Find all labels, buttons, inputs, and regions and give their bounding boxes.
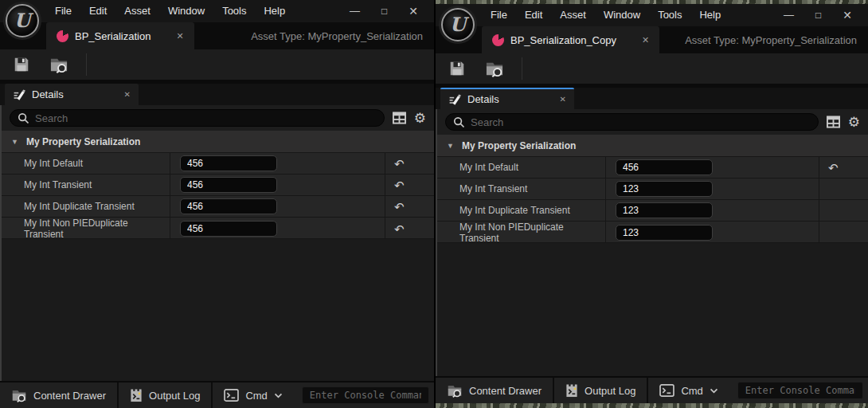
property-label: My Int Duplicate Transient: [437, 200, 605, 221]
menu-file[interactable]: File: [482, 4, 516, 26]
menu-window[interactable]: Window: [595, 4, 649, 26]
menu-bar: File Edit Asset Window Tools Help: [46, 0, 294, 22]
category-header-my-property-serialization[interactable]: ▼ My Property Serialization: [437, 135, 868, 157]
property-row: My Int Transient ↶: [2, 175, 434, 196]
details-empty-area: [2, 239, 434, 381]
details-search-row: ⚙: [437, 109, 868, 135]
cmd-label: Cmd: [681, 385, 702, 397]
asset-type-label: Asset Type: MyProperty_Serialization: [685, 34, 857, 46]
asset-tab-label: BP_Serialization_Copy: [510, 34, 616, 46]
tab-bar-spacer: Asset Type: MyProperty_Serialization: [194, 22, 434, 49]
asset-tab-bar: BP_Serialization ✕ Asset Type: MyPropert…: [0, 22, 434, 49]
property-label: My Int Transient: [2, 175, 170, 195]
property-value-input[interactable]: [616, 202, 713, 218]
unreal-engine-logo: U: [441, 8, 475, 41]
menu-file[interactable]: File: [46, 0, 80, 22]
property-label: My Int Default: [437, 157, 605, 178]
output-log-icon: [565, 384, 578, 398]
asset-tab[interactable]: BP_Serialization_Copy ✕: [482, 26, 659, 53]
revert-to-default-icon[interactable]: ↶: [394, 158, 405, 170]
property-value-input[interactable]: [180, 177, 277, 193]
menu-asset[interactable]: Asset: [551, 4, 595, 26]
menu-tools[interactable]: Tools: [649, 4, 690, 26]
property-label: My Int Duplicate Transient: [2, 196, 170, 217]
search-input[interactable]: [471, 116, 811, 128]
property-value-input[interactable]: [180, 155, 277, 171]
revert-to-default-icon[interactable]: ↶: [394, 201, 405, 213]
content-drawer-button[interactable]: Content Drawer: [436, 378, 553, 403]
asset-tab[interactable]: BP_Serialization ✕: [46, 22, 194, 49]
details-tab[interactable]: Details ✕: [5, 84, 139, 105]
search-box[interactable]: [10, 109, 385, 127]
close-tab-icon[interactable]: ✕: [176, 31, 183, 41]
details-tab[interactable]: Details ✕: [440, 88, 574, 109]
output-log-button[interactable]: Output Log: [554, 378, 647, 403]
cmd-dropdown-button[interactable]: Cmd: [648, 378, 729, 403]
close-button[interactable]: ✕: [843, 4, 852, 26]
search-box[interactable]: [445, 113, 819, 131]
minimize-button[interactable]: —: [784, 4, 794, 26]
save-button[interactable]: [448, 60, 466, 77]
close-tab-icon[interactable]: ✕: [642, 35, 649, 45]
cmd-dropdown-button[interactable]: Cmd: [213, 382, 293, 408]
menu-tools[interactable]: Tools: [213, 0, 255, 22]
save-button[interactable]: [13, 56, 30, 73]
details-panel-icon: [448, 93, 461, 106]
menu-edit[interactable]: Edit: [80, 0, 115, 22]
console-command-input[interactable]: [737, 382, 863, 399]
property-row: My Int Non PIEDuplicate Transient: [437, 222, 868, 243]
display-filter-icon[interactable]: [393, 112, 406, 124]
revert-to-default-icon[interactable]: ↶: [394, 179, 405, 191]
menu-window[interactable]: Window: [159, 0, 213, 22]
content-drawer-button[interactable]: Content Drawer: [0, 382, 117, 408]
revert-to-default-icon[interactable]: ↶: [828, 162, 839, 174]
menu-edit[interactable]: Edit: [516, 4, 551, 26]
browse-to-asset-button[interactable]: [49, 56, 68, 73]
property-row: My Int Default ↶: [2, 153, 434, 175]
settings-gear-icon[interactable]: ⚙: [848, 116, 860, 129]
folder-search-icon: [49, 56, 68, 73]
minimize-button[interactable]: —: [350, 0, 360, 22]
details-empty-area: [437, 243, 868, 376]
output-log-label: Output Log: [149, 390, 200, 402]
close-details-tab-icon[interactable]: ✕: [560, 95, 566, 104]
search-input[interactable]: [35, 112, 377, 124]
details-panel: ⚙ ▼ My Property Serialization My Int Def…: [0, 105, 434, 381]
maximize-button[interactable]: □: [815, 4, 821, 26]
menu-asset[interactable]: Asset: [115, 0, 159, 22]
display-filter-icon[interactable]: [827, 116, 840, 128]
blueprint-asset-icon: [492, 34, 504, 46]
menu-help[interactable]: Help: [255, 0, 294, 22]
window-slot-left: U File Edit Asset Window Tools Help — □ …: [0, 0, 434, 408]
menu-help[interactable]: Help: [690, 4, 729, 26]
details-panel-icon: [13, 88, 25, 101]
maximize-button[interactable]: □: [381, 0, 387, 22]
settings-gear-icon[interactable]: ⚙: [414, 112, 426, 125]
details-panel: ⚙ ▼ My Property Serialization My Int Def…: [436, 109, 868, 376]
property-row: My Int Duplicate Transient ↶: [2, 196, 434, 218]
property-label: My Int Non PIEDuplicate Transient: [2, 218, 170, 240]
chevron-down-icon: [274, 393, 283, 398]
console-command-input[interactable]: [302, 386, 429, 404]
category-header-my-property-serialization[interactable]: ▼ My Property Serialization: [2, 131, 434, 153]
revert-to-default-icon[interactable]: ↶: [394, 223, 405, 235]
close-button[interactable]: ✕: [409, 0, 418, 22]
output-log-button[interactable]: Output Log: [119, 382, 211, 408]
property-value-input[interactable]: [616, 181, 713, 197]
content-drawer-icon: [11, 388, 27, 402]
console-icon: [224, 389, 239, 402]
close-details-tab-icon[interactable]: ✕: [124, 90, 131, 99]
window-controls: — □ ✕: [350, 0, 434, 22]
title-bar: File Edit Asset Window Tools Help — □ ✕: [436, 4, 868, 26]
editor-window-bp-serialization-copy: U File Edit Asset Window Tools Help — □ …: [436, 4, 868, 403]
details-tab-label: Details: [467, 93, 499, 105]
unreal-engine-logo: U: [6, 4, 39, 37]
property-value-input[interactable]: [180, 221, 277, 237]
property-value-input[interactable]: [180, 198, 277, 214]
property-value-input[interactable]: [616, 225, 713, 241]
asset-tab-label: BP_Serialization: [75, 30, 151, 42]
console-icon: [659, 384, 674, 397]
property-value-input[interactable]: [616, 159, 713, 175]
browse-to-asset-button[interactable]: [485, 60, 504, 77]
save-icon: [13, 56, 30, 73]
